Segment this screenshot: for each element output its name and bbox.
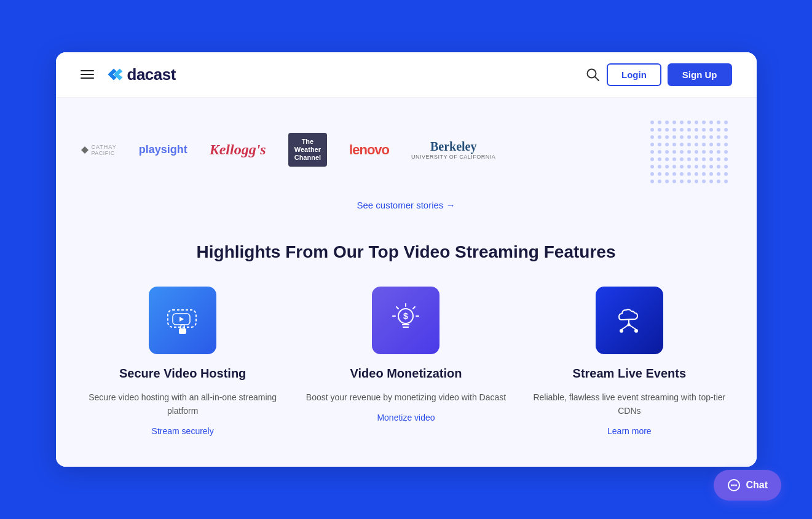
secure-video-icon-box (149, 287, 216, 354)
lenovo-logo: lenovo (349, 142, 389, 158)
svg-point-62 (680, 157, 684, 161)
search-icon (586, 68, 599, 81)
svg-point-9 (695, 121, 698, 124)
logo[interactable]: dacast (104, 65, 176, 84)
svg-point-118 (620, 329, 623, 333)
customer-stories-row: See customer stories → (56, 190, 757, 230)
svg-point-69 (650, 165, 654, 168)
chat-label: Chat (746, 480, 768, 491)
svg-point-28 (672, 135, 676, 139)
svg-point-91 (650, 180, 654, 183)
svg-point-50 (672, 150, 676, 154)
secure-video-title: Secure Video Hosting (119, 366, 246, 381)
chat-bubble-icon (727, 478, 741, 492)
features-section: Highlights From Our Top Video Streaming … (56, 230, 757, 467)
svg-point-5 (665, 121, 669, 124)
login-button[interactable]: Login (607, 63, 661, 86)
customer-stories-link[interactable]: See customer stories → (357, 200, 455, 210)
svg-point-15 (658, 128, 661, 132)
svg-point-80 (650, 172, 654, 176)
svg-point-37 (658, 143, 661, 146)
svg-point-122 (731, 485, 733, 486)
svg-point-13 (724, 121, 728, 124)
svg-point-55 (709, 150, 713, 154)
svg-point-21 (702, 128, 706, 132)
svg-point-16 (665, 128, 669, 132)
berkeley-text: Berkeley (411, 140, 495, 154)
svg-point-76 (702, 165, 706, 168)
svg-point-25 (650, 135, 654, 139)
svg-point-12 (717, 121, 720, 124)
svg-line-111 (396, 307, 398, 309)
berkeley-logo: Berkeley UNIVERSITY OF CALIFORNIA (411, 140, 495, 160)
svg-point-92 (658, 180, 661, 183)
hamburger-menu[interactable] (81, 70, 94, 79)
svg-point-34 (717, 135, 720, 139)
live-events-link[interactable]: Learn more (607, 426, 652, 436)
playsight-logo: playsight (139, 143, 187, 156)
kelloggs-text: Kellogg's (210, 141, 266, 158)
svg-point-66 (709, 157, 713, 161)
playsight-text: playsight (139, 143, 187, 156)
svg-point-19 (687, 128, 691, 132)
berkeley-sub: UNIVERSITY OF CALIFORNIA (411, 154, 495, 160)
svg-point-3 (650, 121, 654, 124)
svg-point-48 (658, 150, 661, 154)
svg-point-123 (733, 485, 735, 486)
svg-point-24 (724, 128, 728, 132)
svg-point-85 (687, 172, 691, 176)
signup-button[interactable]: Sign Up (668, 63, 732, 86)
video-lock-icon (163, 300, 203, 340)
svg-point-59 (658, 157, 661, 161)
search-button[interactable] (586, 68, 599, 81)
svg-point-82 (665, 172, 669, 176)
svg-point-100 (717, 180, 720, 183)
svg-point-43 (702, 143, 706, 146)
svg-point-74 (687, 165, 691, 168)
svg-point-84 (680, 172, 684, 176)
svg-point-87 (702, 172, 706, 176)
svg-point-58 (650, 157, 654, 161)
feature-card-monetization: $ Video Monetization Boost your revenue … (304, 287, 508, 437)
svg-marker-2 (81, 146, 89, 154)
svg-point-96 (687, 180, 691, 183)
svg-point-79 (724, 165, 728, 168)
browser-window: dacast Login Sign Up CATHAY PACIFIC (56, 52, 757, 467)
svg-point-52 (687, 150, 691, 154)
svg-point-68 (724, 157, 728, 161)
svg-point-53 (695, 150, 698, 154)
svg-point-81 (658, 172, 661, 176)
svg-point-10 (702, 121, 706, 124)
chat-widget[interactable]: Chat (714, 470, 781, 501)
cathay-icon (81, 146, 89, 154)
feature-card-live-events: Stream Live Events Reliable, flawless li… (527, 287, 731, 437)
svg-point-78 (717, 165, 720, 168)
svg-point-124 (735, 485, 737, 486)
navbar: dacast Login Sign Up (56, 52, 757, 98)
live-events-title: Stream Live Events (573, 366, 687, 381)
svg-point-11 (709, 121, 713, 124)
svg-point-67 (717, 157, 720, 161)
feature-card-secure-video: Secure Video Hosting Secure video hostin… (81, 287, 285, 437)
svg-point-98 (702, 180, 706, 183)
svg-point-57 (724, 150, 728, 154)
svg-rect-105 (179, 328, 186, 334)
monetization-title: Video Monetization (350, 366, 462, 381)
svg-point-86 (695, 172, 698, 176)
svg-point-101 (724, 180, 728, 183)
svg-point-30 (687, 135, 691, 139)
svg-point-23 (717, 128, 720, 132)
svg-point-90 (724, 172, 728, 176)
monetization-icon-box: $ (372, 287, 440, 354)
svg-point-56 (717, 150, 720, 154)
svg-point-94 (672, 180, 676, 183)
secure-video-link[interactable]: Stream securely (152, 426, 214, 436)
svg-point-42 (695, 143, 698, 146)
svg-point-8 (687, 121, 691, 124)
svg-text:$: $ (403, 311, 408, 321)
cloud-network-icon (609, 300, 649, 340)
svg-point-88 (709, 172, 713, 176)
monetization-link[interactable]: Monetize video (377, 413, 435, 422)
live-events-icon-box (596, 287, 663, 354)
svg-point-70 (658, 165, 661, 168)
